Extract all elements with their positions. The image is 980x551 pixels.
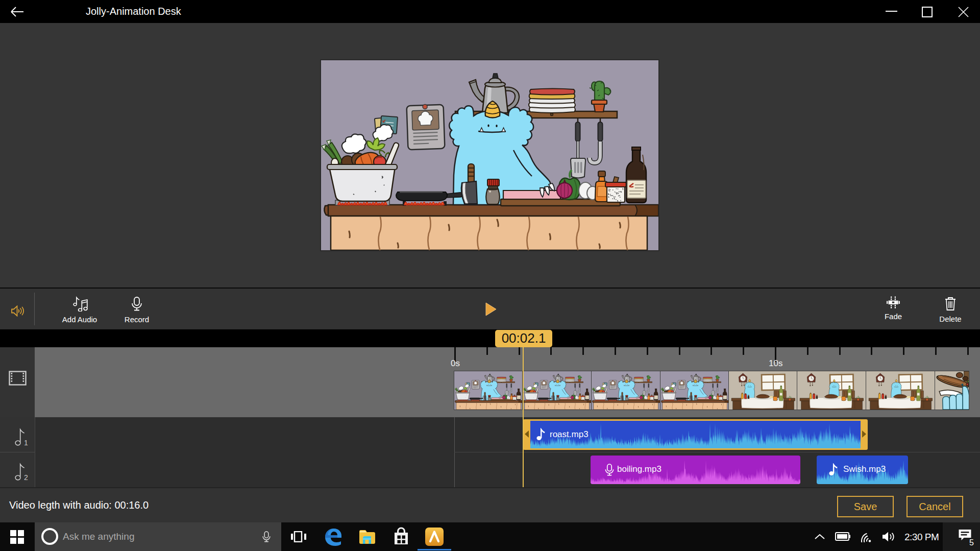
svg-text:2: 2	[24, 473, 28, 481]
svg-text:1: 1	[24, 439, 28, 446]
